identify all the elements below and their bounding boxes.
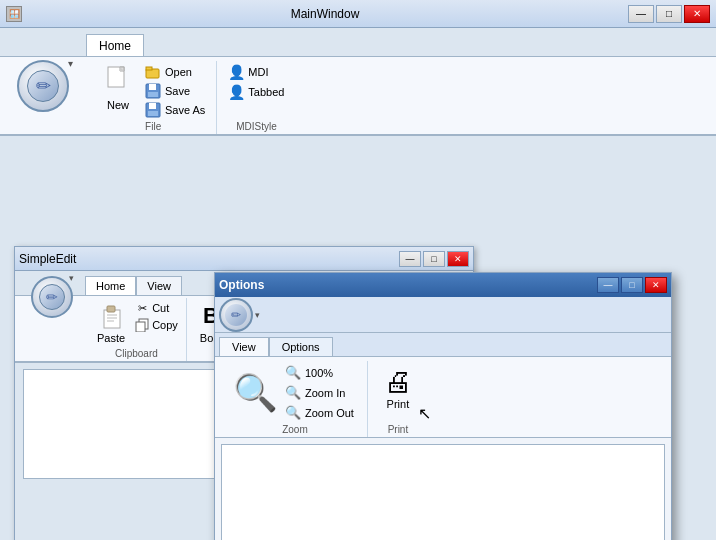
svg-rect-9: [149, 103, 156, 109]
simpleedit-minimize-button[interactable]: —: [399, 251, 421, 267]
main-maximize-button[interactable]: □: [656, 5, 682, 23]
options-print-group-items: 🖨 Print: [378, 363, 418, 422]
main-mdistyle-group-items: 👤 MDI 👤 Tabbed: [225, 63, 287, 119]
simpleedit-title-text: SimpleEdit: [19, 252, 76, 266]
options-tab-options[interactable]: Options: [269, 337, 333, 356]
main-mdi-label: MDI: [248, 66, 268, 78]
se-copy-icon: [135, 318, 149, 332]
main-tab-home[interactable]: Home: [86, 34, 144, 56]
options-zoom-group-label: Zoom: [282, 424, 308, 437]
main-tabbed-icon: 👤: [228, 84, 244, 100]
se-paste-label: Paste: [97, 332, 125, 344]
main-app-button-icon: ✏: [27, 70, 59, 102]
svg-rect-7: [148, 92, 158, 97]
se-qat-dropdown[interactable]: ▾: [69, 273, 74, 283]
main-open-icon: [145, 64, 161, 80]
se-app-button-icon: ✏: [39, 284, 65, 310]
options-zoom-group-items: 🔍 🔍 100% 🔍 Zoom In 🔍: [233, 363, 357, 422]
options-100-label: 100%: [305, 367, 333, 379]
main-qat-area: ✏: [0, 56, 86, 116]
main-file-group-label: File: [145, 121, 161, 134]
options-app-button[interactable]: ✏: [219, 298, 253, 332]
main-ribbon-content: New Open: [0, 56, 716, 136]
main-saveas-icon: [145, 102, 161, 118]
options-controls: — □ ✕: [597, 277, 667, 293]
se-tab-home[interactable]: Home: [85, 276, 136, 295]
main-open-label: Open: [165, 66, 192, 78]
options-zoom-large-icon[interactable]: 🔍: [233, 372, 278, 414]
options-100-button[interactable]: 🔍 100%: [282, 363, 357, 382]
options-zoomout-button[interactable]: 🔍 Zoom Out: [282, 403, 357, 422]
se-tab-view[interactable]: View: [136, 276, 182, 295]
options-dialog: Options — □ ✕ ✏ ▾ View Options: [214, 272, 672, 540]
se-copy-button[interactable]: Copy: [133, 317, 180, 333]
main-mdi-buttons: 👤 MDI 👤 Tabbed: [225, 63, 287, 101]
se-cut-button[interactable]: ✂ Cut: [133, 300, 180, 316]
se-clipboard-group-items: Paste ✂ Cut: [93, 300, 180, 346]
options-app-button-icon: ✏: [225, 304, 247, 326]
svg-rect-6: [149, 84, 156, 90]
main-close-button[interactable]: ✕: [684, 5, 710, 23]
main-save-button[interactable]: Save: [142, 82, 208, 100]
options-close-button[interactable]: ✕: [645, 277, 667, 293]
options-qat-dropdown[interactable]: ▾: [255, 310, 260, 320]
svg-rect-4: [146, 67, 152, 70]
main-file-group-items: New Open: [98, 63, 208, 119]
main-save-label: Save: [165, 85, 190, 97]
options-content-area: [221, 444, 665, 540]
options-maximize-button[interactable]: □: [621, 277, 643, 293]
main-mdistyle-group-label: MDIStyle: [236, 121, 277, 134]
options-print-icon: 🖨: [384, 365, 412, 398]
options-qat-area: ✏ ▾: [215, 297, 671, 333]
options-zoomin-icon: 🔍: [285, 385, 301, 400]
main-tabbed-button[interactable]: 👤 Tabbed: [225, 83, 287, 101]
se-copy-label: Copy: [152, 319, 178, 331]
options-print-button[interactable]: 🖨 Print: [378, 363, 418, 412]
main-saveas-label: Save As: [165, 104, 205, 116]
svg-rect-17: [136, 322, 145, 332]
se-clipboard-group: Paste ✂ Cut: [87, 298, 187, 361]
options-tab-view[interactable]: View: [219, 337, 269, 356]
main-mdi-button[interactable]: 👤 MDI: [225, 63, 287, 81]
se-paste-button[interactable]: Paste: [93, 300, 129, 346]
options-ribbon-content: 🔍 🔍 100% 🔍 Zoom In 🔍: [215, 357, 671, 438]
main-window-body: Home ✏ ▾ New: [0, 28, 716, 540]
options-zoom-area: 🔍 🔍 100% 🔍 Zoom In 🔍: [233, 363, 357, 422]
main-open-button[interactable]: Open: [142, 63, 208, 81]
options-title-text: Options: [219, 278, 264, 292]
se-app-button[interactable]: ✏: [31, 276, 73, 318]
main-titlebar: 🪟 MainWindow — □ ✕: [0, 0, 716, 28]
simpleedit-maximize-button[interactable]: □: [423, 251, 445, 267]
main-new-label: New: [107, 99, 129, 111]
se-qat: ✏: [19, 271, 85, 323]
simpleedit-close-button[interactable]: ✕: [447, 251, 469, 267]
main-save-icon: [145, 83, 161, 99]
options-zoom-buttons: 🔍 100% 🔍 Zoom In 🔍 Zoom Out: [282, 363, 357, 422]
main-ribbon-tabbar: Home: [0, 28, 716, 56]
main-app-button[interactable]: ✏: [17, 60, 69, 112]
se-paste-icon: [97, 302, 125, 330]
options-zoomin-button[interactable]: 🔍 Zoom In: [282, 383, 357, 402]
main-file-small-group: Open Save: [142, 63, 208, 119]
main-saveas-button[interactable]: Save As: [142, 101, 208, 119]
main-new-button[interactable]: New: [98, 63, 138, 113]
options-titlebar: Options — □ ✕: [215, 273, 671, 297]
main-title-icon: 🪟: [6, 6, 22, 22]
svg-rect-10: [148, 111, 158, 116]
se-cut-icon: ✂: [135, 301, 149, 315]
main-qat-dropdown[interactable]: ▾: [68, 58, 73, 69]
main-mdistyle-group: 👤 MDI 👤 Tabbed MDIStyle: [217, 61, 295, 134]
simpleedit-controls: — □ ✕: [399, 251, 469, 267]
options-minimize-button[interactable]: —: [597, 277, 619, 293]
options-zoom-icon: 🔍: [285, 365, 301, 380]
main-minimize-button[interactable]: —: [628, 5, 654, 23]
main-tabbed-label: Tabbed: [248, 86, 284, 98]
main-window-title: MainWindow: [22, 7, 628, 21]
options-zoomout-label: Zoom Out: [305, 407, 354, 419]
svg-rect-12: [107, 306, 115, 312]
options-print-label: Print: [387, 398, 410, 410]
se-cut-label: Cut: [152, 302, 169, 314]
se-clipboard-group-label: Clipboard: [115, 348, 158, 361]
options-zoom-group: 🔍 🔍 100% 🔍 Zoom In 🔍: [223, 361, 368, 437]
options-zoomin-label: Zoom In: [305, 387, 345, 399]
